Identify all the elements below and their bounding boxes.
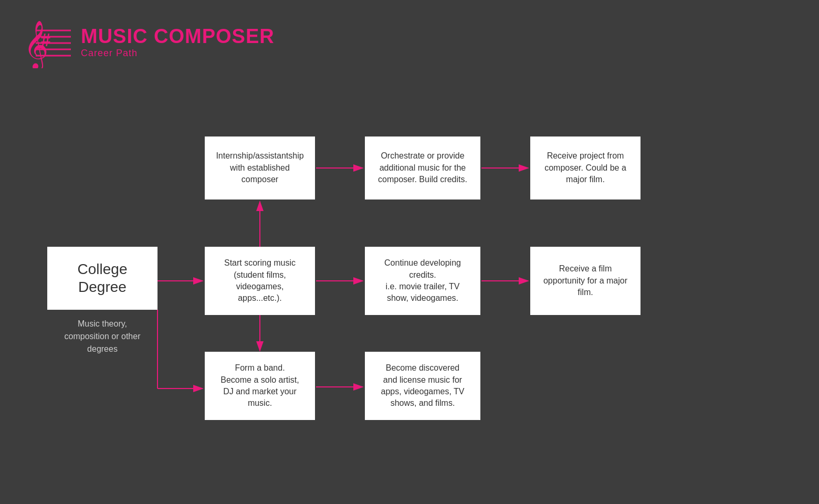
receive-project-text: Receive project fromcomposer. Could be a… xyxy=(544,150,626,185)
discovered-box: Become discoveredand license music forap… xyxy=(365,352,480,420)
orchestrate-text: Orchestrate or provideadditional music f… xyxy=(378,150,467,185)
svg-text:𝄞: 𝄞 xyxy=(24,21,48,68)
receive-project-box: Receive project fromcomposer. Could be a… xyxy=(530,136,640,200)
orchestrate-box: Orchestrate or provideadditional music f… xyxy=(365,136,480,200)
flowchart: CollegeDegree Music theory,composition o… xyxy=(32,94,788,472)
internship-box: Internship/assistantshipwith established… xyxy=(205,136,315,200)
logo-icon: # 𝄞 xyxy=(21,16,74,68)
continue-box: Continue developingcredits.i.e. movie tr… xyxy=(365,247,480,315)
college-degree-box: CollegeDegree xyxy=(47,247,158,310)
receive-film-text: Receive a filmopportunity for a majorfil… xyxy=(543,263,627,298)
band-box: Form a band.Become a solo artist,DJ and … xyxy=(205,352,315,420)
band-text: Form a band.Become a solo artist,DJ and … xyxy=(220,362,299,410)
college-label-text: Music theory,composition or otherdegrees xyxy=(65,319,141,353)
college-label: Music theory,composition or otherdegrees xyxy=(47,318,158,355)
receive-film-box: Receive a filmopportunity for a majorfil… xyxy=(530,247,640,315)
scoring-box: Start scoring music(student films,videog… xyxy=(205,247,315,315)
header: # 𝄞 MUSIC COMPOSER Career Path xyxy=(21,16,275,68)
continue-text: Continue developingcredits.i.e. movie tr… xyxy=(384,257,461,304)
discovered-text: Become discoveredand license music forap… xyxy=(381,362,465,410)
scoring-text: Start scoring music(student films,videog… xyxy=(224,257,296,304)
internship-text: Internship/assistantshipwith established… xyxy=(216,150,303,185)
title-sub: Career Path xyxy=(81,48,275,59)
title-block: MUSIC COMPOSER Career Path xyxy=(81,25,275,59)
college-degree-text: CollegeDegree xyxy=(78,260,128,296)
music-logo-icon: # 𝄞 xyxy=(21,16,74,68)
title-main: MUSIC COMPOSER xyxy=(81,25,275,48)
